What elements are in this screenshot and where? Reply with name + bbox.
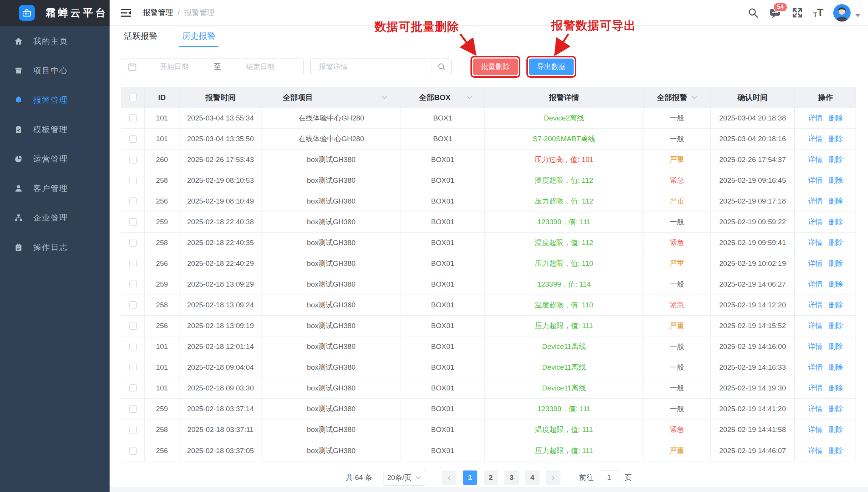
detail-link[interactable]: 详情 bbox=[808, 238, 823, 248]
sidebar-item-log[interactable]: 操作日志 bbox=[0, 233, 110, 262]
page-number-button[interactable]: 3 bbox=[504, 470, 519, 485]
row-checkbox[interactable] bbox=[129, 114, 137, 122]
export-data-button[interactable]: 导出数据 bbox=[529, 59, 574, 75]
col-box-filter[interactable]: 全部BOX bbox=[401, 87, 485, 108]
detail-link[interactable]: 详情 bbox=[808, 362, 823, 372]
tab-active-alarms[interactable]: 活跃报警 bbox=[121, 26, 160, 47]
row-checkbox[interactable] bbox=[129, 260, 137, 267]
message-icon[interactable]: 54 bbox=[769, 7, 781, 19]
cell-id: 256 bbox=[145, 191, 179, 211]
prev-page-button[interactable]: ‹ bbox=[442, 470, 456, 485]
row-checkbox[interactable] bbox=[129, 135, 137, 143]
sidebar-item-project[interactable]: 项目中心 bbox=[0, 56, 110, 85]
tab-history-alarms[interactable]: 历史报警 bbox=[179, 26, 218, 47]
row-checkbox[interactable] bbox=[129, 426, 137, 433]
batch-delete-button[interactable]: 批量删除 bbox=[473, 59, 518, 75]
delete-link[interactable]: 删除 bbox=[829, 342, 843, 352]
page-size-select[interactable]: 20条/页 bbox=[384, 470, 425, 486]
row-checkbox[interactable] bbox=[129, 343, 137, 350]
delete-link[interactable]: 删除 bbox=[829, 176, 843, 185]
end-date-input[interactable] bbox=[223, 63, 298, 71]
goto-page-input[interactable] bbox=[599, 470, 619, 485]
page-number-button[interactable]: 4 bbox=[525, 470, 540, 485]
fullscreen-icon[interactable] bbox=[791, 7, 803, 19]
topbar: 报警管理 / 报警管理 54 TT bbox=[110, 0, 868, 26]
row-checkbox[interactable] bbox=[129, 218, 137, 226]
delete-link[interactable]: 删除 bbox=[829, 113, 843, 123]
cell-alarm-time: 2025-02-19 08:10:53 bbox=[179, 170, 262, 191]
breadcrumb-root[interactable]: 报警管理 bbox=[143, 8, 173, 18]
detail-link[interactable]: 详情 bbox=[808, 342, 823, 352]
sidebar-item-template[interactable]: 模板管理 bbox=[0, 115, 110, 144]
delete-link[interactable]: 删除 bbox=[829, 425, 843, 435]
delete-link[interactable]: 删除 bbox=[829, 321, 843, 331]
detail-link[interactable]: 详情 bbox=[808, 113, 823, 123]
row-checkbox[interactable] bbox=[129, 447, 137, 455]
sidebar-item-enterprise[interactable]: 企业管理 bbox=[0, 203, 110, 233]
cell-alarm-level: 紧急 bbox=[644, 420, 711, 440]
user-menu[interactable] bbox=[833, 4, 860, 22]
row-checkbox[interactable] bbox=[129, 197, 137, 205]
detail-link[interactable]: 详情 bbox=[808, 134, 823, 144]
detail-link[interactable]: 详情 bbox=[808, 446, 823, 456]
row-checkbox[interactable] bbox=[129, 177, 137, 184]
detail-link[interactable]: 详情 bbox=[808, 176, 823, 185]
next-page-button[interactable]: › bbox=[546, 470, 560, 485]
alarm-detail-search-input[interactable] bbox=[311, 63, 432, 71]
delete-link[interactable]: 删除 bbox=[829, 404, 843, 414]
row-checkbox[interactable] bbox=[129, 156, 137, 163]
row-checkbox[interactable] bbox=[129, 281, 137, 288]
delete-link[interactable]: 删除 bbox=[829, 279, 843, 289]
row-checkbox[interactable] bbox=[129, 364, 137, 371]
cell-alarm-detail: 温度超限，值: 112 bbox=[485, 170, 644, 191]
col-project-filter[interactable]: 全部项目 bbox=[262, 87, 401, 108]
delete-link[interactable]: 删除 bbox=[829, 383, 843, 393]
start-date-input[interactable] bbox=[137, 63, 212, 71]
sidebar-item-alarm[interactable]: 报警管理 bbox=[0, 85, 110, 115]
col-level-filter[interactable]: 全部报警 bbox=[644, 87, 711, 108]
caret-down-icon[interactable] bbox=[855, 14, 860, 17]
delete-link[interactable]: 删除 bbox=[829, 300, 843, 310]
delete-link[interactable]: 删除 bbox=[829, 446, 843, 456]
search-icon[interactable] bbox=[747, 7, 759, 19]
sidebar-item-operation[interactable]: 运营管理 bbox=[0, 144, 110, 174]
sidebar-item-home[interactable]: 我的主页 bbox=[0, 26, 110, 56]
detail-link[interactable]: 详情 bbox=[808, 196, 823, 206]
delete-link[interactable]: 删除 bbox=[829, 259, 843, 268]
select-all-checkbox[interactable] bbox=[129, 94, 137, 101]
row-checkbox[interactable] bbox=[129, 301, 137, 309]
detail-link[interactable]: 详情 bbox=[808, 259, 823, 268]
delete-link[interactable]: 删除 bbox=[829, 238, 843, 248]
sidebar-item-customer[interactable]: 客户管理 bbox=[0, 174, 110, 203]
row-checkbox[interactable] bbox=[129, 384, 137, 392]
date-range-picker[interactable]: 至 bbox=[121, 59, 304, 75]
detail-link[interactable]: 详情 bbox=[808, 321, 823, 331]
detail-link[interactable]: 详情 bbox=[808, 404, 823, 414]
delete-link[interactable]: 删除 bbox=[829, 134, 843, 144]
detail-link[interactable]: 详情 bbox=[808, 279, 823, 289]
detail-link[interactable]: 详情 bbox=[808, 217, 823, 227]
font-size-icon[interactable]: TT bbox=[813, 8, 823, 18]
search-button[interactable] bbox=[432, 59, 451, 75]
row-checkbox[interactable] bbox=[129, 405, 137, 413]
delete-link[interactable]: 删除 bbox=[829, 362, 843, 372]
collapse-menu-icon[interactable] bbox=[120, 8, 132, 18]
avatar[interactable] bbox=[833, 4, 851, 22]
delete-link[interactable]: 删除 bbox=[829, 217, 843, 227]
detail-link[interactable]: 详情 bbox=[808, 383, 823, 393]
cell-actions: 详情 删除 bbox=[795, 233, 856, 253]
breadcrumb: 报警管理 / 报警管理 bbox=[143, 8, 215, 18]
batch-delete-annotation-outline: 批量删除 bbox=[470, 56, 520, 78]
detail-link[interactable]: 详情 bbox=[808, 155, 823, 165]
row-checkbox[interactable] bbox=[129, 322, 137, 330]
cell-project: box测试GH380 bbox=[262, 253, 401, 274]
delete-link[interactable]: 删除 bbox=[829, 155, 843, 165]
detail-link[interactable]: 详情 bbox=[808, 300, 823, 310]
delete-link[interactable]: 删除 bbox=[829, 196, 843, 206]
row-checkbox[interactable] bbox=[129, 239, 137, 247]
cell-box: BOX01 bbox=[401, 191, 485, 211]
page-number-button[interactable]: 1 bbox=[463, 470, 477, 485]
page-number-button[interactable]: 2 bbox=[484, 470, 498, 485]
detail-link[interactable]: 详情 bbox=[808, 425, 823, 435]
table-header-row: ID 报警时间 全部项目 全部BOX 报警详情 全部报警 确认时间 操作 bbox=[121, 87, 856, 108]
